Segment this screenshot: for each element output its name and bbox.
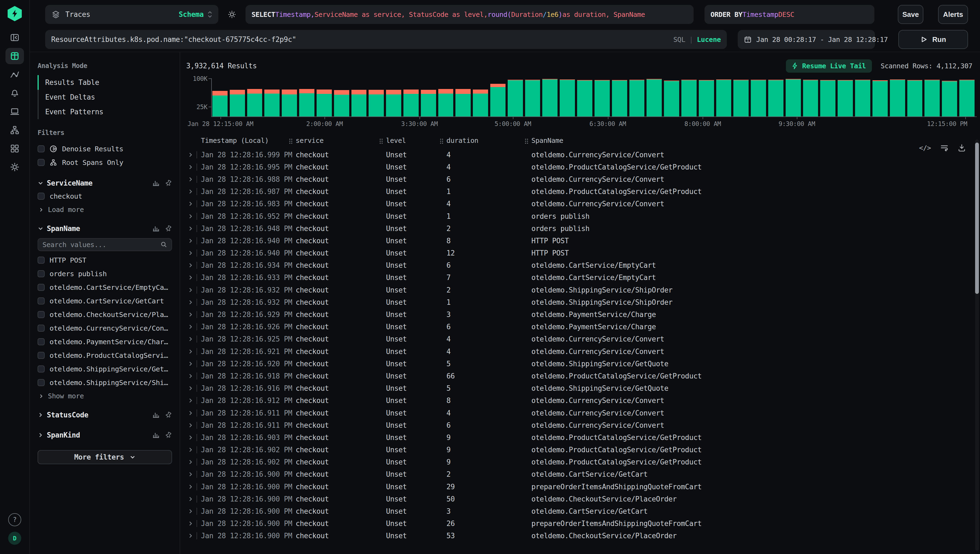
analysis-mode-item[interactable]: Event Deltas <box>38 90 172 105</box>
filter-value-row[interactable]: oteldemo.ShippingService/Get… <box>38 362 172 376</box>
histogram-bar[interactable] <box>612 80 627 116</box>
histogram-bar[interactable] <box>890 80 905 116</box>
histogram-bar[interactable] <box>368 90 384 116</box>
histogram-bar[interactable] <box>508 80 523 116</box>
filter-value-row[interactable]: HTTP POST <box>38 253 172 267</box>
histogram-bar[interactable] <box>577 80 592 116</box>
histogram-bar[interactable] <box>351 90 367 116</box>
histogram-bar[interactable] <box>907 80 923 116</box>
rail-item-settings-gear-icon[interactable] <box>5 159 24 175</box>
histogram-bar[interactable] <box>838 80 853 116</box>
histogram-bar[interactable] <box>456 89 471 116</box>
filter-group-header-SpanName[interactable]: SpanName <box>38 222 172 235</box>
save-button[interactable]: Save <box>898 5 923 24</box>
histogram-bar[interactable] <box>924 80 940 116</box>
table-row[interactable]: Jan 28 12:28:16.902 PMcheckoutUnset9otel… <box>181 444 980 456</box>
filter-value-row[interactable]: oteldemo.CartService/GetCart <box>38 294 172 308</box>
sql-mode-toggle[interactable]: SQL <box>673 36 685 43</box>
expand-row-chevron-icon[interactable] <box>188 471 196 477</box>
filter-value-row[interactable]: oteldemo.ShippingService/Shi… <box>38 376 172 389</box>
expand-row-chevron-icon[interactable] <box>188 398 196 403</box>
drag-dots-icon[interactable] <box>439 138 444 144</box>
table-row[interactable]: Jan 28 12:28:16.988 PMcheckoutUnset6otel… <box>181 173 980 185</box>
expand-row-chevron-icon[interactable] <box>188 275 196 280</box>
table-row[interactable]: Jan 28 12:28:16.983 PMcheckoutUnset4otel… <box>181 198 980 210</box>
table-row[interactable]: Jan 28 12:28:16.921 PMcheckoutUnset4otel… <box>181 345 980 358</box>
histogram-bar[interactable] <box>386 90 401 116</box>
rail-item-chart-icon[interactable] <box>5 66 24 83</box>
search-input[interactable]: ResourceAttributes.k8s.pod.name:"checkou… <box>45 30 727 49</box>
lucene-mode-toggle[interactable]: Lucene <box>697 36 721 43</box>
drag-dots-icon[interactable] <box>288 138 293 144</box>
filter-value-row[interactable]: orders publish <box>38 267 172 280</box>
pin-icon[interactable] <box>165 411 172 419</box>
filter-toggle-row[interactable]: Denoise Results <box>38 142 172 156</box>
expand-row-chevron-icon[interactable] <box>188 152 196 158</box>
checkbox[interactable] <box>38 365 45 373</box>
histogram-icon[interactable] <box>153 411 159 419</box>
source-selector[interactable]: Traces Schema <box>45 5 218 24</box>
histogram-bar[interactable] <box>542 79 558 116</box>
pin-icon[interactable] <box>165 431 172 439</box>
histogram-bar[interactable] <box>490 84 505 116</box>
expand-row-chevron-icon[interactable] <box>188 263 196 268</box>
column-header-duration[interactable]: duration <box>446 137 531 145</box>
histogram-bar[interactable] <box>230 90 245 116</box>
wrap-lines-icon[interactable] <box>940 144 948 152</box>
table-row[interactable]: Jan 28 12:28:16.940 PMcheckoutUnset12HTT… <box>181 247 980 259</box>
expand-row-chevron-icon[interactable] <box>188 459 196 465</box>
table-row[interactable]: Jan 28 12:28:16.948 PMcheckoutUnset2orde… <box>181 222 980 234</box>
table-row[interactable]: Jan 28 12:28:16.916 PMcheckoutUnset5otel… <box>181 382 980 395</box>
histogram-bar[interactable] <box>872 80 888 116</box>
analysis-mode-item[interactable]: Event Patterns <box>38 105 172 119</box>
filter-group-header-SpanKind[interactable]: SpanKind <box>38 429 172 441</box>
checkbox[interactable] <box>38 270 45 277</box>
pin-icon[interactable] <box>165 225 172 232</box>
rail-item-alerts-bell-icon[interactable] <box>5 85 24 101</box>
checkbox[interactable] <box>38 145 45 152</box>
checkbox[interactable] <box>38 352 45 359</box>
filter-value-row[interactable]: oteldemo.PaymentService/Char… <box>38 335 172 349</box>
table-row[interactable]: Jan 28 12:28:16.920 PMcheckoutUnset5otel… <box>181 358 980 370</box>
source-settings-gear-icon[interactable] <box>227 10 237 19</box>
checkbox[interactable] <box>38 325 45 332</box>
sql-select-editor[interactable]: SELECT Timestamp, ServiceName as service… <box>245 5 694 24</box>
table-row[interactable]: Jan 28 12:28:16.903 PMcheckoutUnset9otel… <box>181 431 980 444</box>
table-row[interactable]: Jan 28 12:28:16.912 PMcheckoutUnset8otel… <box>181 395 980 407</box>
table-row[interactable]: Jan 28 12:28:16.995 PMcheckoutUnset4otel… <box>181 161 980 173</box>
filter-group-header-ServiceName[interactable]: ServiceName <box>38 177 172 189</box>
filter-value-row[interactable]: checkout <box>38 189 172 203</box>
rail-item-services-hierarchy-icon[interactable] <box>5 122 24 138</box>
table-row[interactable]: Jan 28 12:28:16.932 PMcheckoutUnset2otel… <box>181 284 980 296</box>
expand-row-chevron-icon[interactable] <box>188 226 196 231</box>
rail-item-apps-grid-icon[interactable] <box>5 140 24 157</box>
table-row[interactable]: Jan 28 12:28:16.952 PMcheckoutUnset1orde… <box>181 210 980 222</box>
histogram-bar[interactable] <box>212 91 228 116</box>
expand-row-chevron-icon[interactable] <box>188 533 196 538</box>
column-header-spanname[interactable]: SpanName <box>531 137 980 145</box>
expand-row-chevron-icon[interactable] <box>188 423 196 428</box>
histogram-bar[interactable] <box>560 80 575 116</box>
histogram-bar[interactable] <box>942 81 957 116</box>
alerts-button[interactable]: Alerts <box>938 5 968 24</box>
expand-row-chevron-icon[interactable] <box>188 324 196 330</box>
histogram-bar[interactable] <box>473 89 488 116</box>
histogram-bar[interactable] <box>282 89 297 116</box>
checkbox[interactable] <box>38 193 45 200</box>
table-row[interactable]: Jan 28 12:28:16.926 PMcheckoutUnset6otel… <box>181 321 980 333</box>
order-by-editor[interactable]: ORDER BY Timestamp DESC <box>704 5 874 24</box>
help-button[interactable]: ? <box>5 511 24 528</box>
histogram-bar[interactable] <box>265 89 280 116</box>
histogram-bar[interactable] <box>716 80 731 116</box>
histogram-icon[interactable] <box>153 225 159 232</box>
expand-row-chevron-icon[interactable] <box>188 189 196 194</box>
expand-row-chevron-icon[interactable] <box>188 201 196 207</box>
expand-row-chevron-icon[interactable] <box>188 312 196 317</box>
histogram-bar[interactable] <box>403 89 419 116</box>
table-row[interactable]: Jan 28 12:28:16.933 PMcheckoutUnset7otel… <box>181 272 980 284</box>
expand-row-chevron-icon[interactable] <box>188 213 196 219</box>
filter-value-row[interactable]: oteldemo.CurrencyService/Con… <box>38 322 172 335</box>
table-row[interactable]: Jan 28 12:28:16.934 PMcheckoutUnset6otel… <box>181 259 980 272</box>
analysis-mode-item[interactable]: Results Table <box>38 75 172 90</box>
checkbox[interactable] <box>38 338 45 345</box>
